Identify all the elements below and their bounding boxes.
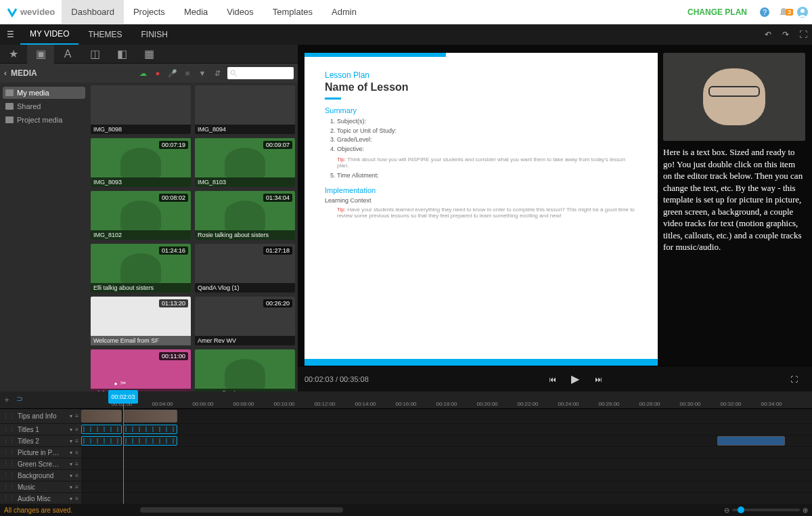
undo-icon[interactable]: ↶ <box>759 30 777 39</box>
back-icon[interactable]: ‹ <box>4 68 7 78</box>
nav-videos[interactable]: Videos <box>217 0 263 24</box>
marker-icon[interactable]: ⬥ <box>114 379 118 387</box>
grip-icon[interactable]: ⋮⋮ <box>3 449 15 456</box>
mic-icon[interactable]: 🎤 <box>165 69 180 78</box>
expand-icon[interactable]: ⛶ <box>794 30 812 39</box>
record-icon[interactable]: ● <box>150 69 165 77</box>
media-clip[interactable]: green wall paint <box>195 349 295 391</box>
grip-icon[interactable]: ⋮⋮ <box>3 483 15 490</box>
bell-icon[interactable]: 3 <box>774 7 793 17</box>
clip[interactable] <box>123 436 177 446</box>
media-clip[interactable]: 01:13:20Welcome Email from SF <box>91 297 191 345</box>
track-opts-icon[interactable]: ≡ <box>75 496 78 502</box>
horizontal-scroll[interactable] <box>140 507 343 513</box>
track-lane[interactable] <box>81 470 812 481</box>
tab-themes[interactable]: THEMES <box>78 24 131 45</box>
nav-projects[interactable]: Projects <box>124 0 175 24</box>
track-menu-icon[interactable]: ▾ <box>70 484 72 490</box>
track-opts-icon[interactable]: ≡ <box>75 461 78 467</box>
media-clip[interactable]: 00:26:20Amer Rev WV <box>195 297 295 345</box>
media-clip[interactable]: 01:24:16Elli talkig about sisters <box>91 244 191 293</box>
track-menu-icon[interactable]: ▾ <box>70 461 72 467</box>
grip-icon[interactable]: ⋮⋮ <box>3 437 15 444</box>
zoom-in-icon[interactable]: ⊕ <box>803 507 808 514</box>
folder-shared[interactable]: Shared <box>3 100 85 112</box>
track-menu-icon[interactable]: ▾ <box>70 438 72 444</box>
backgrounds-icon[interactable]: ▦ <box>135 45 162 64</box>
folder-my-media[interactable]: My media <box>3 87 85 99</box>
help-icon[interactable]: ? <box>755 7 774 18</box>
track-menu-icon[interactable]: ▾ <box>70 473 72 479</box>
track-lane[interactable] <box>81 435 812 446</box>
add-track-icon[interactable]: ＋ <box>3 394 11 406</box>
nav-media[interactable]: Media <box>175 0 217 24</box>
change-plan-link[interactable]: CHANGE PLAN <box>679 7 755 17</box>
logo[interactable]: wevideo <box>0 7 62 18</box>
graphics-icon[interactable]: ◧ <box>108 45 135 64</box>
redo-icon[interactable]: ↷ <box>777 30 794 39</box>
track-lane[interactable] <box>81 424 812 435</box>
track-menu-icon[interactable]: ▾ <box>70 450 72 456</box>
clip[interactable] <box>123 410 177 423</box>
fullscreen-icon[interactable]: ⛶ <box>782 375 805 383</box>
timeline-ruler[interactable]: ＋ ⊃ ⬥✂ 00:02:03 00:02:0000:04:0000:06:00… <box>0 391 812 409</box>
prev-icon[interactable]: ⏮ <box>541 375 564 383</box>
nav-admin[interactable]: Admin <box>322 0 366 24</box>
menu-icon[interactable]: ☰ <box>0 30 20 39</box>
folder-icon[interactable]: ▣ <box>27 45 54 64</box>
grip-icon[interactable]: ⋮⋮ <box>3 472 15 479</box>
track-opts-icon[interactable]: ≡ <box>75 427 78 433</box>
track-lane[interactable] <box>81 493 812 504</box>
media-clip[interactable]: IMG_8094 <box>195 85 295 134</box>
nav-templates[interactable]: Templates <box>263 0 322 24</box>
track-opts-icon[interactable]: ≡ <box>75 473 78 479</box>
track-menu-icon[interactable]: ▾ <box>70 427 72 433</box>
media-clip[interactable]: 01:34:04Rosie talking about sisters <box>195 191 295 240</box>
list-icon[interactable]: ≡ <box>180 69 195 77</box>
zoom-out-icon[interactable]: ⊖ <box>724 507 729 514</box>
grip-icon[interactable]: ⋮⋮ <box>3 413 15 420</box>
media-clip[interactable]: 00:09:07IMG_8103 <box>195 138 295 187</box>
grip-icon[interactable]: ⋮⋮ <box>3 460 15 467</box>
track-menu-icon[interactable]: ▾ <box>70 413 72 419</box>
track-lane[interactable] <box>81 409 812 423</box>
track-lane[interactable] <box>81 447 812 458</box>
playhead-time[interactable]: 00:02:03 <box>108 390 138 404</box>
preview-canvas[interactable]: Lesson Plan Name of Lesson Summary Subje… <box>298 45 812 366</box>
transitions-icon[interactable]: ◫ <box>81 45 108 64</box>
clip[interactable] <box>123 425 177 434</box>
track-opts-icon[interactable]: ≡ <box>75 413 78 419</box>
tab-my-video[interactable]: MY VIDEO <box>20 24 78 45</box>
media-clip[interactable]: 00:08:02IMG_8102 <box>91 191 191 240</box>
nav-dashboard[interactable]: Dashboard <box>62 0 124 24</box>
grip-icon[interactable]: ⋮⋮ <box>3 426 15 433</box>
track-menu-icon[interactable]: ▾ <box>70 496 72 502</box>
play-icon[interactable]: ▶ <box>564 372 587 385</box>
clip[interactable] <box>81 436 122 446</box>
zoom-slider[interactable] <box>732 509 800 511</box>
media-clip[interactable]: 01:27:18QandA Vlog (1) <box>195 244 295 293</box>
tab-finish[interactable]: FINISH <box>131 24 177 45</box>
track-lane[interactable] <box>81 481 812 492</box>
track-lane[interactable] <box>81 458 812 469</box>
next-icon[interactable]: ⏭ <box>587 375 610 383</box>
upload-icon[interactable]: ☁ <box>135 69 150 78</box>
text-icon[interactable]: A <box>54 45 81 64</box>
search-input[interactable] <box>227 67 294 79</box>
media-clip[interactable]: 00:07:19IMG_8093 <box>91 138 191 187</box>
star-icon[interactable]: ★ <box>0 45 27 64</box>
clip[interactable] <box>81 410 122 423</box>
magnet-icon[interactable]: ⊃ <box>16 394 23 406</box>
track-opts-icon[interactable]: ≡ <box>75 484 78 490</box>
media-clip[interactable]: 00:11:00Global Warming <box>91 349 191 391</box>
media-clip[interactable]: IMG_8098 <box>91 85 191 134</box>
avatar-icon[interactable] <box>793 6 812 18</box>
filter-icon[interactable]: ▼ <box>195 69 210 77</box>
clip[interactable] <box>81 425 122 434</box>
cut-icon[interactable]: ✂ <box>120 379 126 387</box>
grip-icon[interactable]: ⋮⋮ <box>3 495 15 502</box>
folder-project-media[interactable]: Project media <box>3 114 85 126</box>
track-opts-icon[interactable]: ≡ <box>75 438 78 444</box>
clip[interactable] <box>717 436 785 446</box>
sort-icon[interactable]: ⇵ <box>210 69 225 78</box>
